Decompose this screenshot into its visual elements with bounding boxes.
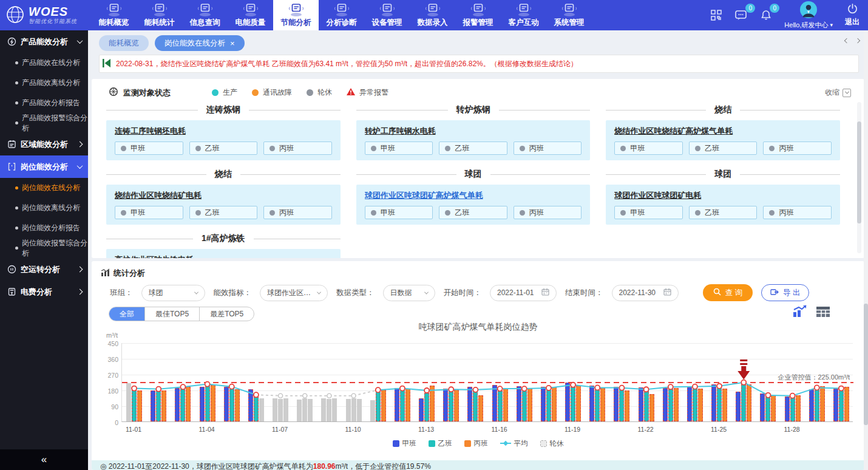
shift-button-乙班[interactable]: 乙班 [439, 141, 507, 155]
shift-button-丙班[interactable]: 丙班 [763, 206, 832, 219]
double-chevron-left-icon: « [41, 454, 47, 466]
shift-button-甲班[interactable]: 甲班 [614, 206, 683, 219]
monitor-card-title[interactable]: 连铸工序吨钢坯电耗 [115, 126, 332, 137]
shift-button-乙班[interactable]: 乙班 [689, 206, 758, 219]
nav-item-设备管理[interactable]: 设备管理 [364, 0, 410, 30]
date-picker-结束时间[interactable]: 2022-11-30 [612, 285, 679, 301]
nav-item-能耗统计[interactable]: 能耗统计 [137, 0, 182, 30]
shift-button-甲班[interactable]: 甲班 [115, 206, 183, 219]
logout-button[interactable]: 退出 [845, 3, 860, 27]
monitor-card-连铸工序吨钢坯电耗[interactable]: 连铸工序吨钢坯电耗甲班乙班丙班 [106, 120, 341, 160]
sidebar-subitem-产品能效离线分析[interactable]: 产品能效离线分析 [0, 73, 88, 93]
user-menu[interactable]: Hello,研发中心▾ [784, 1, 833, 30]
monitor-card-title[interactable]: 烧结作业区吨烧结矿高炉煤气单耗 [614, 126, 832, 137]
monitor-header: 监测对象状态 生产通讯故障轮休异常报警 收缩 [109, 87, 851, 98]
shift-button-丙班[interactable]: 丙班 [263, 141, 332, 155]
qrcode-icon[interactable] [710, 9, 722, 21]
chevron-down-icon [194, 290, 198, 294]
chart-legend-平均[interactable]: 平均 [500, 439, 528, 448]
tab-close-icon[interactable]: × [230, 39, 235, 48]
status-legend-生产[interactable]: 生产 [212, 87, 237, 98]
nav-item-报警管理[interactable]: 报警管理 [455, 0, 501, 30]
status-legend-轮休[interactable]: 轮休 [307, 87, 332, 98]
group-header: 1#高炉炼铁 [106, 232, 341, 245]
shift-button-乙班[interactable]: 乙班 [189, 206, 258, 219]
collapse-panel-button[interactable]: 收缩 [825, 87, 851, 98]
shift-button-甲班[interactable]: 甲班 [365, 141, 433, 155]
shift-button-丙班[interactable]: 丙班 [514, 206, 582, 219]
status-legend-异常报警[interactable]: 异常报警 [347, 87, 388, 98]
shift-button-丙班[interactable]: 丙班 [763, 141, 832, 155]
sidebar-item-岗位能效分析[interactable]: 岗位能效分析 [0, 155, 88, 178]
monitor-scrollbar-thumb[interactable] [857, 121, 861, 223]
sidebar-item-产品能效分析[interactable]: 产品能效分析 [0, 30, 88, 53]
messages-icon[interactable]: 0 [734, 9, 748, 21]
shift-button-甲班[interactable]: 甲班 [614, 141, 683, 155]
shift-button-乙班[interactable]: 乙班 [189, 141, 258, 155]
nav-item-信息查询[interactable]: 信息查询 [182, 0, 228, 30]
chart-legend-甲班[interactable]: 甲班 [393, 439, 416, 448]
view-tab-最佳TOP5[interactable]: 最佳TOP5 [145, 307, 200, 321]
chart-legend-轮休[interactable]: 轮休 [540, 439, 564, 448]
status-legend-通讯故障[interactable]: 通讯故障 [252, 87, 292, 98]
sidebar-subitem-岗位能效在线分析[interactable]: 岗位能效在线分析 [0, 178, 88, 198]
monitor-card-转炉工序吨钢水电耗[interactable]: 转炉工序吨钢水电耗甲班乙班丙班 [356, 120, 591, 160]
shift-button-乙班[interactable]: 乙班 [689, 141, 758, 155]
sidebar-item-空运转分析[interactable]: 空运转分析 [0, 258, 88, 281]
shift-label: 乙班 [455, 143, 469, 154]
monitor-card-高炉作业区吨生铁电耗[interactable]: 高炉作业区吨生铁电耗甲班乙班丙班 [106, 249, 341, 258]
monitor-card-球团作业区吨球团矿电耗[interactable]: 球团作业区吨球团矿电耗甲班乙班丙班 [606, 185, 840, 225]
sidebar-subitem-岗位能效分析报告[interactable]: 岗位能效分析报告 [0, 218, 88, 238]
shift-button-甲班[interactable]: 甲班 [365, 206, 433, 219]
sidebar-item-区域能效分析[interactable]: 区域能效分析 [0, 133, 88, 155]
sidebar-subitem-产品能效在线分析[interactable]: 产品能效在线分析 [0, 53, 88, 73]
tab-能耗概览[interactable]: 能耗概览 [99, 35, 149, 51]
nav-item-电能质量[interactable]: 电能质量 [228, 0, 273, 30]
table-view-icon[interactable] [816, 306, 830, 318]
monitor-card-烧结作业区吨烧结矿高炉煤气单耗[interactable]: 烧结作业区吨烧结矿高炉煤气单耗甲班乙班丙班 [606, 120, 840, 160]
query-button[interactable]: 查 询 [703, 284, 753, 301]
shift-label: 乙班 [455, 208, 469, 218]
trend-chart-icon[interactable] [792, 305, 807, 318]
open-tabs-bar: 能耗概览岗位能效在线分析× [99, 35, 245, 51]
monitor-card-title[interactable]: 烧结作业区吨烧结矿电耗 [115, 190, 332, 201]
sidebar-subitem-产品能效分析报告[interactable]: 产品能效分析报告 [0, 93, 88, 113]
shift-button-丙班[interactable]: 丙班 [514, 141, 582, 155]
date-picker-开始时间[interactable]: 2022-11-01 [490, 285, 557, 301]
monitor-card-title[interactable]: 球团作业区吨球团矿高炉煤气单耗 [365, 190, 582, 201]
monitor-card-title[interactable]: 转炉工序吨钢水电耗 [365, 126, 582, 137]
shift-button-丙班[interactable]: 丙班 [263, 206, 332, 219]
view-tab-全部[interactable]: 全部 [109, 307, 145, 321]
select-能效指标[interactable]: 球团作业区吨球... [260, 285, 328, 301]
nav-item-节能分析[interactable]: 节能分析 [273, 0, 319, 30]
monitor-card-title[interactable]: 球团作业区吨球团矿电耗 [614, 190, 832, 201]
nav-item-能耗概览[interactable]: 能耗概览 [91, 0, 137, 30]
nav-item-系统管理[interactable]: 系统管理 [546, 0, 592, 30]
monitor-card-烧结作业区吨烧结矿电耗[interactable]: 烧结作业区吨烧结矿电耗甲班乙班丙班 [106, 185, 341, 225]
export-button[interactable]: 导 出 [761, 284, 809, 301]
monitor-card-title[interactable]: 高炉作业区吨生铁电耗 [115, 254, 332, 258]
select-班组[interactable]: 球团 [141, 285, 205, 301]
chart-legend-丙班[interactable]: 丙班 [464, 439, 488, 448]
tab-岗位能效在线分析[interactable]: 岗位能效在线分析× [155, 35, 245, 51]
page-scrollbar-thumb[interactable] [864, 304, 868, 425]
chart-legend-乙班[interactable]: 乙班 [429, 439, 452, 448]
shift-status-dot [695, 210, 700, 216]
select-数据类型[interactable]: 日数据 [383, 285, 435, 301]
tab-scroll-right-icon[interactable] [855, 38, 860, 43]
sidebar-collapse-button[interactable]: « [0, 449, 88, 470]
nav-item-客户互动[interactable]: 客户互动 [501, 0, 546, 30]
monitor-card-球团作业区吨球团矿高炉煤气单耗[interactable]: 球团作业区吨球团矿高炉煤气单耗甲班乙班丙班 [356, 185, 591, 225]
sidebar-item-电费分析[interactable]: 电费分析 [0, 281, 88, 303]
view-tab-最差TOP5[interactable]: 最差TOP5 [200, 307, 254, 321]
sidebar-subitem-岗位能效离线分析[interactable]: 岗位能效离线分析 [0, 198, 88, 218]
notifications-bell-icon[interactable]: 0 [760, 9, 772, 21]
nav-item-分析诊断[interactable]: 分析诊断 [319, 0, 364, 30]
sidebar-subitem-产品能效报警综合分析[interactable]: 产品能效报警综合分析 [0, 113, 88, 133]
shift-button-甲班[interactable]: 甲班 [115, 141, 183, 155]
nav-item-数据录入[interactable]: 数据录入 [410, 0, 455, 30]
shift-button-乙班[interactable]: 乙班 [439, 206, 507, 219]
sidebar-subitem-岗位能效报警综合分析[interactable]: 岗位能效报警综合分析 [0, 238, 88, 258]
view-tabs: 全部最佳TOP5最差TOP5 [109, 307, 254, 321]
tab-scroll-left-icon[interactable] [844, 38, 849, 43]
